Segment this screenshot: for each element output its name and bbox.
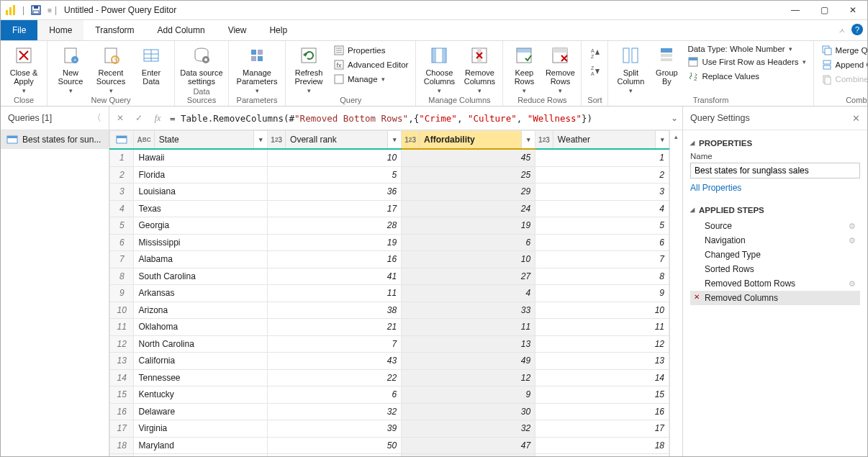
- cell-overall-rank[interactable]: 21: [268, 319, 402, 336]
- cell-affordability[interactable]: 27: [402, 268, 535, 285]
- cell-weather[interactable]: 8: [535, 268, 669, 285]
- recent-sources-button[interactable]: Recent Sources▾: [92, 42, 130, 94]
- cell-affordability[interactable]: 49: [402, 353, 535, 370]
- maximize-button[interactable]: ▢: [810, 1, 838, 19]
- applied-step[interactable]: Sorted Rows: [690, 262, 860, 276]
- close-settings-icon[interactable]: ✕: [852, 113, 860, 124]
- row-number[interactable]: 14: [110, 369, 134, 386]
- cell-weather[interactable]: 7: [535, 251, 669, 268]
- advanced-editor-button[interactable]: fxAdvanced Editor: [330, 58, 411, 71]
- row-number[interactable]: 19: [110, 454, 134, 457]
- cell-weather[interactable]: 4: [535, 200, 669, 217]
- table-row[interactable]: 3Louisiana36293: [110, 184, 669, 201]
- applied-step[interactable]: Source⚙: [690, 219, 860, 233]
- keep-rows-button[interactable]: Keep Rows▾: [507, 42, 541, 94]
- row-number[interactable]: 15: [110, 386, 134, 404]
- scroll-up-icon[interactable]: ▴: [674, 133, 678, 140]
- cell-overall-rank[interactable]: 32: [268, 403, 402, 420]
- cell-affordability[interactable]: 24: [402, 200, 535, 217]
- tab-help[interactable]: Help: [258, 20, 299, 40]
- tab-add-column[interactable]: Add Column: [146, 20, 217, 40]
- properties-button[interactable]: Properties: [330, 44, 411, 57]
- filter-dropdown-icon[interactable]: ▾: [655, 131, 669, 148]
- cell-state[interactable]: Alabama: [134, 251, 268, 268]
- table-row[interactable]: 18Maryland504718: [110, 437, 669, 454]
- row-number[interactable]: 3: [110, 184, 134, 201]
- cell-state[interactable]: California: [134, 353, 268, 370]
- table-row[interactable]: 11Oklahoma211111: [110, 319, 669, 336]
- table-row[interactable]: 14Tennessee221214: [110, 369, 669, 386]
- table-row[interactable]: 6Mississippi1966: [110, 234, 669, 251]
- cell-weather[interactable]: 17: [535, 420, 669, 438]
- enter-data-button[interactable]: Enter Data: [132, 42, 170, 86]
- all-properties-link[interactable]: All Properties: [690, 183, 741, 193]
- cell-state[interactable]: Arkansas: [134, 285, 268, 302]
- gear-icon[interactable]: ⚙: [849, 279, 856, 289]
- close-button[interactable]: ✕: [838, 1, 867, 19]
- cell-overall-rank[interactable]: 5: [268, 166, 402, 184]
- cell-state[interactable]: Georgia: [134, 217, 268, 235]
- minimize-button[interactable]: —: [781, 1, 810, 19]
- row-number[interactable]: 1: [110, 149, 134, 166]
- row-number[interactable]: 11: [110, 319, 134, 336]
- vertical-scrollbar[interactable]: ▴: [669, 130, 682, 456]
- table-row[interactable]: 17Virginia393217: [110, 420, 669, 438]
- sort-asc-button[interactable]: AZ: [586, 47, 603, 60]
- collapse-queries-icon[interactable]: 〈: [92, 112, 101, 125]
- cell-state[interactable]: Maryland: [134, 437, 268, 454]
- filter-dropdown-icon[interactable]: ▾: [253, 131, 267, 148]
- cell-affordability[interactable]: 47: [402, 437, 535, 454]
- cell-affordability[interactable]: 33: [402, 302, 535, 319]
- cell-overall-rank[interactable]: 38: [268, 302, 402, 319]
- table-row[interactable]: 2Florida5252: [110, 166, 669, 184]
- expand-formula-icon[interactable]: ⌄: [671, 113, 678, 123]
- cell-affordability[interactable]: 4: [402, 285, 535, 302]
- cell-affordability[interactable]: 13: [402, 335, 535, 353]
- row-number[interactable]: 18: [110, 437, 134, 454]
- column-header-affordability[interactable]: 123Affordability▾: [402, 131, 535, 150]
- cell-weather[interactable]: 5: [535, 217, 669, 235]
- gear-icon[interactable]: ⚙: [849, 236, 856, 245]
- cell-overall-rank[interactable]: 7: [268, 335, 402, 353]
- cell-weather[interactable]: 15: [535, 386, 669, 404]
- applied-step[interactable]: Navigation⚙: [690, 233, 860, 248]
- cell-overall-rank[interactable]: 11: [268, 285, 402, 302]
- cell-affordability[interactable]: 29: [402, 184, 535, 201]
- remove-columns-button[interactable]: Remove Columns▾: [461, 42, 498, 94]
- column-header-state[interactable]: ABCState▾: [134, 131, 268, 150]
- cell-affordability[interactable]: 6: [402, 234, 535, 251]
- row-number[interactable]: 7: [110, 251, 134, 268]
- cell-affordability[interactable]: 9: [402, 386, 535, 404]
- cell-state[interactable]: Arizona: [134, 302, 268, 319]
- formula-accept-icon[interactable]: ✓: [132, 113, 145, 123]
- merge-queries-button[interactable]: Merge Queries▾: [818, 44, 868, 57]
- sort-desc-button[interactable]: ZA: [586, 64, 603, 77]
- first-row-headers-button[interactable]: Use First Row as Headers▾: [684, 55, 808, 68]
- row-number[interactable]: 2: [110, 166, 134, 184]
- cell-affordability[interactable]: 30: [402, 403, 535, 420]
- manage-parameters-button[interactable]: Manage Parameters▾: [233, 42, 281, 94]
- tab-view[interactable]: View: [217, 20, 258, 40]
- cell-state[interactable]: Delaware: [134, 403, 268, 420]
- row-number[interactable]: 4: [110, 200, 134, 217]
- applied-step[interactable]: Removed Bottom Rows⚙: [690, 276, 860, 291]
- row-number[interactable]: 16: [110, 403, 134, 420]
- row-number[interactable]: 13: [110, 353, 134, 370]
- table-corner-button[interactable]: [110, 131, 134, 150]
- table-row[interactable]: 12North Carolina71312: [110, 335, 669, 353]
- cell-overall-rank[interactable]: 6: [268, 386, 402, 404]
- formula-cancel-icon[interactable]: ✕: [114, 113, 127, 123]
- append-queries-button[interactable]: Append Queries▾: [818, 58, 868, 71]
- cell-overall-rank[interactable]: 19: [268, 234, 402, 251]
- table-row[interactable]: 10Arizona383310: [110, 302, 669, 319]
- cell-state[interactable]: Hawaii: [134, 149, 268, 166]
- cell-affordability[interactable]: 12: [402, 369, 535, 386]
- applied-step[interactable]: Removed Columns: [690, 291, 860, 305]
- cell-state[interactable]: Texas: [134, 200, 268, 217]
- qat-dropdown-icon[interactable]: ≡: [48, 6, 52, 14]
- cell-state[interactable]: Virginia: [134, 420, 268, 438]
- type-number-icon[interactable]: 123: [268, 131, 286, 148]
- cell-state[interactable]: Mississippi: [134, 234, 268, 251]
- cell-state[interactable]: South Carolina: [134, 268, 268, 285]
- table-row[interactable]: 8South Carolina41278: [110, 268, 669, 285]
